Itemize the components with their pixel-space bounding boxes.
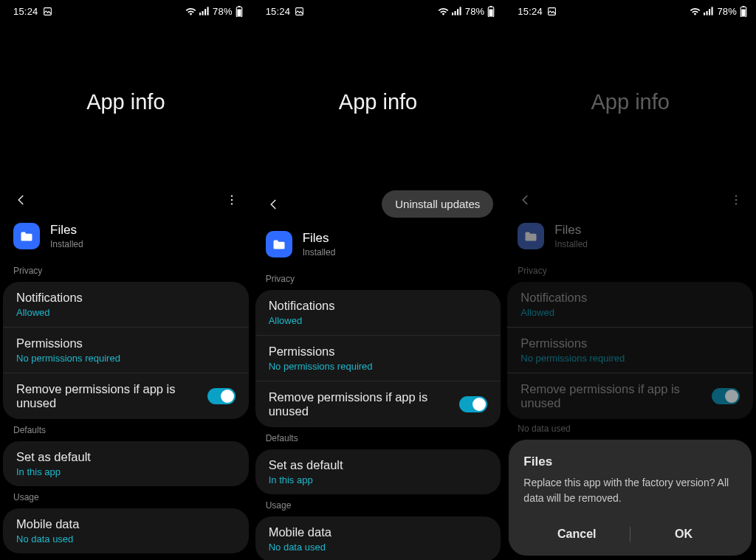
app-header: Files Installed — [504, 223, 756, 260]
row-mobile-data[interactable]: Mobile data No data used — [255, 516, 501, 560]
row-permissions[interactable]: Permissions No permissions required — [3, 327, 249, 373]
signal-icon — [452, 7, 462, 15]
svg-rect-23 — [712, 7, 713, 15]
app-icon — [518, 223, 544, 249]
screenshot-icon — [295, 7, 304, 16]
svg-point-28 — [735, 199, 737, 201]
card-defaults: Set as default In this app — [255, 449, 501, 494]
back-button[interactable] — [264, 195, 284, 214]
back-button — [516, 190, 535, 210]
svg-point-8 — [230, 195, 232, 196]
toggle-remove-permissions — [712, 388, 740, 404]
status-bar: 15:24 78% — [0, 0, 252, 21]
row-label: Remove permissions if app is unused — [16, 382, 197, 410]
dialog-cancel-button[interactable]: Cancel — [523, 519, 630, 550]
svg-point-27 — [735, 195, 737, 196]
app-status: Installed — [50, 239, 83, 249]
screen-app-info: 15:24 78% App info — [0, 0, 252, 560]
wifi-icon — [185, 7, 196, 15]
status-battery-text: 78% — [213, 6, 233, 17]
confirm-dialog: Files Replace this app with the factory … — [509, 440, 752, 556]
row-permissions: Permissions No permissions required — [507, 327, 753, 373]
back-button[interactable] — [12, 190, 31, 210]
row-label: Notifications — [269, 299, 488, 313]
row-value: No permissions required — [16, 353, 236, 364]
toggle-remove-permissions[interactable] — [207, 388, 236, 404]
svg-rect-1 — [199, 13, 201, 15]
section-usage: Usage — [252, 494, 504, 516]
svg-point-10 — [230, 203, 232, 204]
row-label: Permissions — [520, 336, 740, 350]
svg-rect-21 — [707, 11, 708, 15]
row-label: Mobile data — [16, 517, 236, 531]
menu-uninstall-updates[interactable]: Uninstall updates — [382, 190, 493, 218]
screenshot-icon — [547, 7, 557, 16]
page-title: App info — [252, 21, 504, 183]
row-label: Mobile data — [269, 525, 488, 539]
signal-icon — [704, 7, 714, 15]
row-set-default[interactable]: Set as default In this app — [255, 449, 501, 494]
card-usage: Mobile data No data used — [255, 516, 501, 560]
battery-icon — [236, 6, 243, 17]
page-title: App info — [0, 21, 252, 183]
svg-rect-4 — [207, 7, 209, 15]
section-privacy: Privacy — [252, 268, 504, 290]
row-label: Notifications — [16, 291, 236, 305]
wifi-icon — [690, 7, 701, 15]
status-battery-text: 78% — [465, 6, 485, 17]
screen-app-info-dialog: 15:24 78% App info — [504, 0, 756, 560]
row-label: Remove permissions if app is unused — [269, 390, 450, 418]
row-remove-permissions[interactable]: Remove permissions if app is unused — [3, 373, 249, 419]
card-privacy: Notifications Allowed Permissions No per… — [255, 290, 501, 427]
row-notifications[interactable]: Notifications Allowed — [3, 282, 249, 327]
row-label: Set as default — [269, 458, 488, 472]
row-value: In this app — [16, 466, 236, 477]
row-label: Set as default — [16, 450, 236, 464]
row-value: No data used — [16, 533, 236, 545]
row-mobile-data[interactable]: Mobile data No data used — [3, 508, 249, 553]
svg-rect-3 — [205, 9, 206, 15]
section-privacy: Privacy — [504, 260, 756, 282]
row-remove-permissions: Remove permissions if app is unused — [507, 373, 753, 419]
signal-icon — [199, 7, 210, 15]
row-value: In this app — [269, 474, 488, 485]
row-value: No permissions required — [269, 361, 488, 372]
row-notifications[interactable]: Notifications Allowed — [255, 290, 501, 335]
dialog-ok-button[interactable]: OK — [630, 519, 737, 550]
status-time: 15:24 — [266, 6, 291, 17]
svg-rect-2 — [202, 11, 204, 15]
app-icon — [13, 223, 40, 249]
section-defaults: Defaults — [252, 427, 504, 449]
row-permissions[interactable]: Permissions No permissions required — [255, 335, 501, 381]
card-usage: Mobile data No data used — [3, 508, 249, 553]
svg-rect-22 — [709, 9, 710, 15]
row-label: Notifications — [520, 291, 740, 305]
dialog-title: Files — [523, 454, 737, 469]
svg-rect-15 — [459, 7, 461, 15]
row-value: No data used — [269, 542, 488, 553]
row-set-default[interactable]: Set as default In this app — [3, 441, 249, 486]
page-title: App info — [504, 21, 756, 183]
dialog-message: Replace this app with the factory versio… — [523, 475, 737, 505]
row-label: Remove permissions if app is unused — [520, 382, 701, 410]
more-button[interactable] — [222, 190, 241, 210]
app-name: Files — [554, 223, 588, 238]
screenshot-icon — [43, 7, 52, 16]
screen-app-info-menu: 15:24 78% App info Uninstall updates — [252, 0, 504, 560]
svg-point-29 — [735, 203, 737, 204]
row-remove-permissions[interactable]: Remove permissions if app is unused — [255, 381, 501, 427]
app-name: Files — [303, 231, 336, 246]
section-privacy: Privacy — [0, 260, 252, 282]
row-value: No data used — [504, 419, 756, 434]
svg-rect-7 — [237, 9, 241, 15]
svg-rect-12 — [452, 13, 453, 15]
svg-point-9 — [230, 199, 232, 201]
status-battery-text: 78% — [717, 6, 737, 17]
card-privacy: Notifications Allowed Permissions No per… — [3, 282, 249, 419]
row-label: Permissions — [269, 345, 488, 359]
wifi-icon — [438, 7, 449, 15]
row-notifications: Notifications Allowed — [507, 282, 753, 327]
toggle-remove-permissions[interactable] — [459, 396, 487, 412]
app-header: Files Installed — [0, 223, 252, 260]
svg-rect-18 — [489, 9, 493, 15]
